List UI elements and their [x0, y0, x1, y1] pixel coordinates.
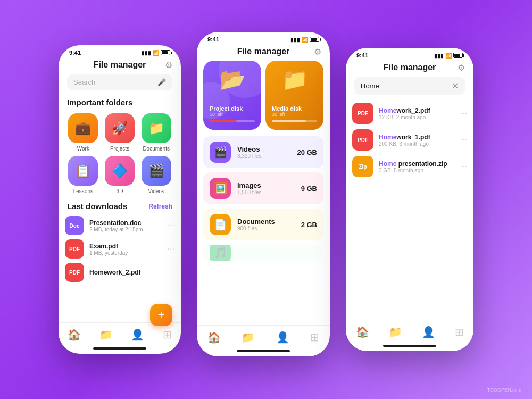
nav-home-2[interactable]: 🏠: [207, 331, 221, 344]
disk-card-media[interactable]: 📁 Media disk 30 left: [265, 61, 323, 130]
search-results: PDF Homework_2.pdf 12 KB, 2 month ago ··…: [346, 103, 473, 177]
disk-cards: 📂 Project disk 10 left 📁 Media disk 30 l…: [197, 61, 330, 130]
search-placeholder-1: Search: [73, 78, 95, 86]
folder-videos[interactable]: 🎬 Videos: [140, 156, 172, 194]
doc-icon: Doc: [65, 216, 84, 235]
videos-icon-box: 🎬: [142, 156, 171, 186]
more-dots-2[interactable]: ···: [168, 244, 174, 254]
disk-card-project[interactable]: 📂 Project disk 10 left: [203, 61, 261, 130]
file-meta-presentation: 2 MB, today at 2:15pm: [89, 227, 162, 232]
wifi-icon: 📶: [153, 50, 159, 56]
lessons-label: Lessons: [73, 188, 93, 194]
media-item-videos[interactable]: 🎬 Videos 3,320 files 20 GB: [203, 136, 323, 168]
app-title-1: File manager: [94, 60, 146, 70]
result-item-homezip[interactable]: Zip Home presentation.zip 3 GB, 5 month …: [352, 156, 467, 177]
result-more-hw1[interactable]: ···: [460, 135, 467, 145]
file-name-presentation: Presentation.doc: [89, 219, 162, 227]
search-bar-active[interactable]: Home ✕: [354, 77, 465, 95]
status-icons-1: ▮▮▮ 📶: [142, 50, 170, 56]
nav-grid-3[interactable]: ⊞: [455, 326, 464, 338]
app-header-2: File manager ⚙: [197, 45, 330, 61]
folder-projects[interactable]: 🚀 Projects: [104, 113, 136, 152]
gear-icon-2[interactable]: ⚙: [314, 47, 321, 57]
home-indicator-2: [237, 350, 290, 352]
result-info-hw2: Homework_2.pdf 12 KB, 2 month ago: [379, 107, 455, 120]
nav-person-2[interactable]: 👤: [276, 331, 289, 344]
media-disk-icon: 📁: [281, 67, 308, 92]
nav-home-3[interactable]: 🏠: [356, 326, 369, 338]
gear-icon-1[interactable]: ⚙: [165, 60, 172, 70]
nav-folder-1[interactable]: 📁: [99, 328, 113, 341]
status-time-2: 9:41: [207, 36, 219, 43]
refresh-button[interactable]: Refresh: [148, 203, 172, 210]
media-disk-sub: 30 left: [272, 112, 317, 117]
work-label: Work: [77, 146, 89, 152]
nav-folder-3[interactable]: 📁: [389, 326, 402, 338]
nav-grid-1[interactable]: ⊞: [163, 328, 172, 341]
important-folders-title: Important folders: [59, 98, 181, 107]
more-dots-1[interactable]: ···: [168, 221, 174, 230]
file-meta-exam: 1 MB, yesterday: [89, 250, 162, 256]
folder-lessons[interactable]: 📋 Lessons: [67, 156, 99, 194]
status-bar-3: 9:41 ▮▮▮ 📶: [346, 48, 473, 61]
status-bar-1: 9:41 ▮▮▮ 📶: [59, 45, 181, 58]
nav-home-1[interactable]: 🏠: [68, 328, 81, 341]
file-item-homework[interactable]: PDF Homework_2.pdf: [65, 263, 174, 282]
folder-work[interactable]: 💼 Work: [67, 113, 99, 152]
nav-folder-2[interactable]: 📁: [242, 331, 255, 344]
phone-3: 9:41 ▮▮▮ 📶 File manager ⚙ Home ✕ PDF Hom…: [346, 48, 473, 351]
nav-person-1[interactable]: 👤: [131, 328, 144, 341]
bottom-nav-2: 🏠 📁 👤 ⊞: [197, 325, 330, 348]
last-downloads-title: Last downloads: [67, 202, 127, 211]
add-button[interactable]: +: [150, 304, 172, 326]
extra-media-icon: 🎵: [210, 245, 231, 261]
documents-media-icon: 📄: [210, 214, 231, 235]
videos-name: Videos: [237, 145, 290, 153]
documents-icon: 📁: [148, 121, 164, 136]
file-info-homework: Homework_2.pdf: [89, 269, 174, 276]
result-icon-hw1: PDF: [352, 129, 373, 151]
videos-size: 20 GB: [297, 148, 317, 156]
media-item-extra[interactable]: 🎵: [203, 245, 323, 261]
nav-person-3[interactable]: 👤: [422, 326, 435, 338]
videos-info: Videos 3,320 files: [237, 145, 290, 159]
battery-icon: [161, 50, 170, 55]
media-disk-progress: [272, 120, 317, 122]
status-icons-2: ▮▮▮ 📶: [290, 37, 319, 43]
result-name-hw1: Homework_1.pdf: [379, 134, 455, 141]
file-item-presentation[interactable]: Doc Presentation.doc 2 MB, today at 2:15…: [65, 216, 174, 235]
mic-icon-1[interactable]: 🎤: [157, 78, 166, 86]
bottom-nav-3: 🏠 📁 👤 ⊞: [346, 320, 473, 343]
signal-icon-3: ▮▮▮: [434, 53, 444, 59]
work-icon: 💼: [75, 121, 91, 136]
documents-size: 2 GB: [301, 221, 317, 229]
folder-3d[interactable]: 🔷 3D: [104, 156, 136, 194]
result-meta-hw2: 12 KB, 2 month ago: [379, 114, 455, 120]
file-name-exam: Exam.pdf: [89, 243, 162, 250]
videos-media-icon: 🎬: [210, 142, 231, 163]
status-icons-3: ▮▮▮ 📶: [434, 53, 463, 59]
status-bar-2: 9:41 ▮▮▮ 📶: [197, 32, 330, 45]
documents-emoji: 📄: [214, 218, 227, 231]
wifi-icon-2: 📶: [302, 37, 308, 43]
folder-grid: 💼 Work 🚀 Projects 📁 Documents 📋 Lessons …: [59, 113, 181, 194]
close-search-icon[interactable]: ✕: [452, 81, 459, 91]
3d-label: 3D: [117, 188, 123, 194]
result-item-hw2[interactable]: PDF Homework_2.pdf 12 KB, 2 month ago ··…: [352, 103, 467, 124]
result-icon-hw2: PDF: [352, 103, 373, 124]
highlight-hw2: Home: [379, 107, 396, 114]
folder-documents[interactable]: 📁 Documents: [140, 113, 172, 152]
media-item-documents[interactable]: 📄 Documents 900 files 2 GB: [203, 209, 323, 240]
home-indicator-3: [383, 345, 436, 347]
result-more-homezip[interactable]: ···: [460, 162, 467, 171]
3d-icon-box: 🔷: [105, 156, 135, 186]
nav-grid-2[interactable]: ⊞: [310, 331, 319, 344]
gear-icon-3[interactable]: ⚙: [458, 63, 465, 73]
project-disk-fill: [210, 120, 237, 122]
file-item-exam[interactable]: PDF Exam.pdf 1 MB, yesterday ···: [65, 239, 174, 259]
search-bar-1[interactable]: Search 🎤: [67, 74, 172, 90]
result-more-hw2[interactable]: ···: [460, 109, 467, 118]
media-item-images[interactable]: 🖼️ Images 1,500 files 9 GB: [203, 172, 323, 204]
signal-icon-2: ▮▮▮: [290, 37, 300, 43]
result-item-hw1[interactable]: PDF Homework_1.pdf 200 KB, 3 month ago ·…: [352, 129, 467, 151]
